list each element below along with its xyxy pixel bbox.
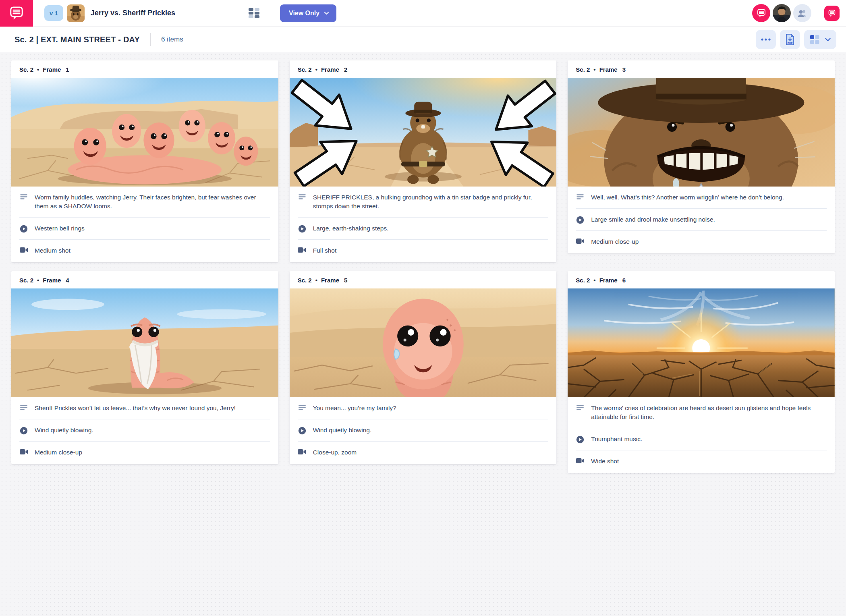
- frame-shot: Close-up, zoom: [313, 448, 357, 457]
- sound-row[interactable]: Large, earth-shaking steps.: [290, 218, 557, 239]
- frame-sound: Large, earth-shaking steps.: [313, 224, 389, 233]
- camera-icon: [576, 457, 585, 464]
- description-row[interactable]: Sheriff Prickles won’t let us leave... t…: [11, 397, 278, 419]
- feedback-chat-button[interactable]: [824, 6, 840, 21]
- grid-layout-icon: [810, 35, 819, 44]
- frame-card-3[interactable]: Sc. 2 • Frame 3: [568, 60, 835, 253]
- chat-bubble-icon: [828, 9, 836, 17]
- description-icon: [19, 193, 28, 200]
- frame-label: Frame: [43, 66, 61, 73]
- frame-number: 1: [66, 66, 69, 73]
- shot-row[interactable]: Medium close-up: [568, 231, 835, 253]
- description-row[interactable]: Well, well. What’s this? Another worm wr…: [568, 187, 835, 208]
- sound-play-icon: [19, 426, 28, 435]
- frame-number: 6: [622, 277, 626, 284]
- view-only-button[interactable]: View Only: [280, 4, 336, 22]
- app-logo[interactable]: [0, 0, 33, 27]
- frame-scene-label: Sc. 2: [576, 66, 590, 73]
- frame-image-worm-family[interactable]: [11, 78, 278, 187]
- frame-card-4[interactable]: Sc. 2 • Frame 4: [11, 271, 278, 464]
- frame-label: Frame: [599, 277, 618, 284]
- shot-row[interactable]: Wide shot: [568, 450, 835, 473]
- camera-icon: [576, 237, 585, 244]
- view-only-label: View Only: [289, 10, 319, 17]
- pdf-download-icon: PDF: [785, 34, 795, 45]
- description-icon: [298, 193, 307, 200]
- frame-number: 3: [622, 66, 626, 73]
- description-row[interactable]: Worm family huddles, watching Jerry. The…: [11, 187, 278, 217]
- frame-number: 5: [344, 277, 347, 284]
- boords-presence-avatar[interactable]: [752, 4, 770, 22]
- frame-description: Sheriff Prickles won’t let us leave... t…: [35, 404, 236, 413]
- shot-row[interactable]: Medium close-up: [11, 442, 278, 464]
- layout-selector-button[interactable]: [804, 30, 836, 49]
- sound-row[interactable]: Wind quietly blowing.: [11, 419, 278, 441]
- user-avatar-photo: [773, 4, 791, 22]
- frame-card-6[interactable]: Sc. 2 • Frame 6: [568, 271, 835, 473]
- frame-card-5[interactable]: Sc. 2 • Frame 5: [290, 271, 557, 464]
- shot-row[interactable]: Full shot: [290, 240, 557, 262]
- boords-logo-icon: [757, 8, 766, 18]
- frame-card-header: Sc. 2 • Frame 4: [11, 271, 278, 288]
- bullet-separator: •: [315, 277, 317, 284]
- camera-icon: [298, 448, 307, 455]
- top-bar: v 1 Jerry vs. Sheriff Prickles View Only: [0, 0, 846, 27]
- frame-sound: Large smile and drool make unsettling no…: [591, 215, 715, 224]
- bullet-separator: •: [593, 277, 595, 284]
- description-row[interactable]: You mean... you’re my family?: [290, 397, 557, 419]
- frame-image-sheriff-closeup[interactable]: [568, 78, 835, 187]
- download-pdf-button[interactable]: PDF: [780, 30, 800, 49]
- frame-sound: Triumphant music.: [591, 435, 642, 444]
- pdf-label: PDF: [788, 41, 793, 44]
- camera-icon: [19, 448, 28, 455]
- frame-description: The worms' cries of celebration are hear…: [591, 404, 827, 421]
- bullet-separator: •: [37, 66, 39, 73]
- sound-row[interactable]: Large smile and drool make unsettling no…: [568, 209, 835, 230]
- board-view-grid-icon[interactable]: [248, 7, 260, 19]
- frame-card-header: Sc. 2 • Frame 2: [290, 60, 557, 78]
- description-icon: [576, 404, 585, 411]
- sound-row[interactable]: Western bell rings: [11, 218, 278, 239]
- frame-label: Frame: [599, 66, 618, 73]
- camera-icon: [298, 246, 307, 253]
- frame-shot: Medium close-up: [35, 448, 82, 457]
- sound-play-icon: [298, 426, 307, 435]
- frame-image-sheriff-full-shot[interactable]: [290, 78, 557, 187]
- frame-image-elder-worm[interactable]: [11, 288, 278, 397]
- sound-row[interactable]: Triumphant music.: [568, 428, 835, 450]
- version-badge[interactable]: v 1: [44, 5, 63, 21]
- frame-scene-label: Sc. 2: [19, 66, 33, 73]
- frame-sound: Wind quietly blowing.: [313, 426, 372, 435]
- shared-users-avatar[interactable]: [793, 4, 811, 22]
- frame-card-1[interactable]: Sc. 2 • Frame 1: [11, 60, 278, 262]
- description-icon: [298, 404, 307, 411]
- frame-card-header: Sc. 2 • Frame 1: [11, 60, 278, 78]
- frame-card-2[interactable]: Sc. 2 • Frame 2: [290, 60, 557, 262]
- sound-play-icon: [19, 224, 28, 233]
- frame-sound: Wind quietly blowing.: [35, 426, 93, 435]
- project-thumbnail[interactable]: [67, 4, 85, 22]
- description-row[interactable]: The worms' cries of celebration are hear…: [568, 397, 835, 428]
- shot-row[interactable]: Medium shot: [11, 240, 278, 262]
- frame-scene-label: Sc. 2: [19, 277, 33, 284]
- frame-number: 4: [66, 277, 69, 284]
- frame-description: Worm family huddles, watching Jerry. The…: [35, 193, 270, 211]
- frame-shot: Medium shot: [35, 246, 70, 255]
- shot-row[interactable]: Close-up, zoom: [290, 442, 557, 464]
- presence-group: [750, 4, 840, 22]
- chevron-down-icon: [825, 38, 831, 41]
- frame-image-jerry-closeup[interactable]: [290, 288, 557, 397]
- description-icon: [19, 404, 28, 411]
- user-avatar[interactable]: [773, 4, 791, 22]
- frame-shot: Wide shot: [591, 457, 619, 466]
- frame-number: 2: [344, 66, 347, 73]
- frame-label: Frame: [321, 277, 339, 284]
- frame-description: Well, well. What’s this? Another worm wr…: [591, 193, 784, 202]
- boords-logo-icon: [9, 6, 24, 21]
- frame-scene-label: Sc. 2: [298, 66, 312, 73]
- frame-image-desert-sunrise[interactable]: [568, 288, 835, 397]
- more-options-button[interactable]: [756, 30, 776, 49]
- frame-card-header: Sc. 2 • Frame 5: [290, 271, 557, 288]
- sound-row[interactable]: Wind quietly blowing.: [290, 419, 557, 441]
- description-row[interactable]: SHERIFF PRICKLES, a hulking groundhog wi…: [290, 187, 557, 217]
